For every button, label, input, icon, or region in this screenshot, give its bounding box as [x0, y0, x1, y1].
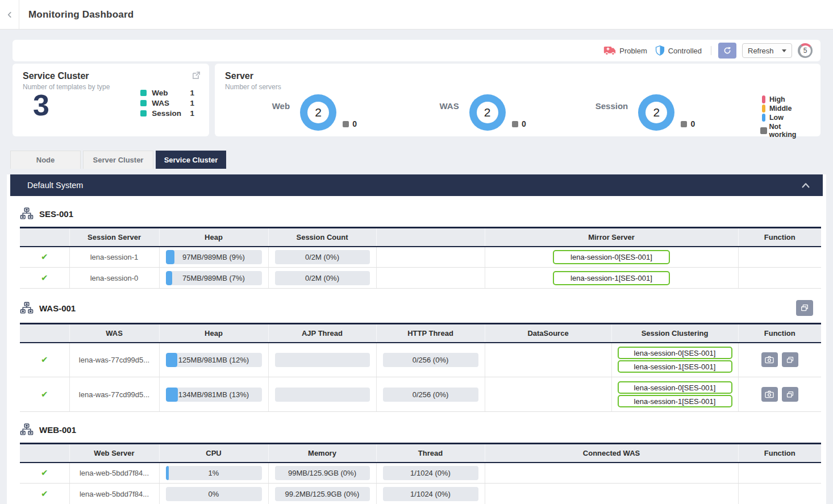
multi-window-icon — [786, 356, 794, 364]
mirror-server-badge[interactable]: lena-session-0[SES-001] — [553, 250, 670, 264]
legend-value: 1 — [186, 109, 194, 118]
status-ok-icon: ✔ — [41, 489, 48, 498]
column-header — [20, 324, 69, 343]
heap-gauge: 97MB/989MB (9%) — [166, 250, 262, 264]
legend-label: WAS — [152, 99, 181, 107]
session-clustering-badge[interactable]: lena-session-1[SES-001] — [618, 395, 732, 407]
external-link-icon[interactable] — [191, 70, 201, 82]
ajp-thread-gauge — [275, 388, 370, 402]
app-header: Monitoring Dashboard — [0, 0, 833, 30]
offline-count: 0 — [352, 119, 357, 128]
was-name: lena-was-77cd99d5... — [69, 377, 159, 412]
countdown-value: 5 — [800, 45, 811, 56]
column-header: DataSource — [485, 324, 611, 343]
status-ok-icon: ✔ — [41, 389, 48, 399]
tab-node[interactable]: Node — [10, 151, 81, 169]
controlled-legend: Controlled — [655, 45, 702, 56]
column-header: Function — [738, 444, 821, 463]
refresh-countdown-badge: 5 — [798, 43, 813, 58]
session-count-gauge: 0/2M (0%) — [275, 250, 370, 264]
web-table: Web Server CPU Memory Thread Connected W… — [20, 443, 821, 504]
legend-value: 1 — [186, 89, 194, 97]
session-clustering-badge[interactable]: lena-session-1[SES-001] — [618, 360, 732, 373]
low-status-icon — [762, 114, 765, 122]
status-ok-icon: ✔ — [41, 468, 48, 477]
column-header: WAS — [69, 324, 159, 343]
column-header: Function — [738, 228, 821, 247]
snapshot-button[interactable] — [761, 387, 778, 402]
teal-chip-icon — [140, 90, 147, 96]
heap-gauge: 134MB/981MB (13%) — [166, 388, 262, 402]
toolbar: Problem Controlled Refresh 5 — [13, 40, 820, 61]
column-header: CPU — [159, 444, 268, 463]
session-clustering-badge[interactable]: lena-session-0[SES-001] — [618, 381, 732, 394]
section-web-001: WEB-001 Web Server CPU Memory Thread Con… — [20, 412, 813, 504]
column-header: HTTP Thread — [376, 324, 485, 343]
section-ses-001: SES-001 Session Server Heap Session Coun… — [20, 196, 813, 289]
table-header-row: WAS Heap AJP Thread HTTP Thread DataSour… — [20, 324, 821, 343]
thread-gauge: 1/1024 (0%) — [383, 487, 478, 501]
server-card: Server Number of servers Web 2 0 WAS 2 0… — [215, 64, 820, 136]
refresh-interval-select[interactable]: Refresh — [742, 43, 792, 58]
multi-window-button[interactable] — [782, 352, 798, 367]
shield-icon — [655, 45, 665, 56]
cluster-icon — [20, 423, 34, 436]
offline-count: 0 — [522, 119, 526, 128]
ambulance-icon — [603, 46, 616, 56]
server-card-subtitle: Number of servers — [225, 83, 810, 91]
column-header — [376, 228, 485, 247]
thread-gauge: 1/1024 (0%) — [383, 466, 478, 480]
page-title: Monitoring Dashboard — [28, 9, 134, 20]
snapshot-button[interactable] — [761, 352, 778, 367]
legend-label: Not working — [769, 123, 809, 139]
datasource-cell — [485, 377, 611, 412]
heap-gauge: 75MB/989MB (7%) — [166, 271, 262, 285]
heap-gauge: 125MB/981MB (12%) — [166, 353, 262, 367]
column-header: Web Server — [69, 444, 159, 463]
section-title-text: WEB-001 — [39, 425, 76, 435]
ajp-thread-gauge — [275, 353, 370, 367]
problem-label: Problem — [619, 47, 647, 55]
table-row: ✔ lena-session-0 75MB/989MB (7%) 0/2M (0… — [20, 268, 821, 289]
legend-value: 1 — [186, 99, 194, 107]
multi-window-icon — [800, 303, 809, 313]
web-server-name: lena-web-5bdd7f84... — [69, 484, 159, 504]
service-cluster-card: Service Cluster Number of templates by t… — [13, 64, 209, 136]
legend-label: Middle — [769, 105, 792, 113]
column-header: Session Clustering — [611, 324, 738, 343]
column-header: Heap — [159, 324, 268, 343]
donut-value: 2 — [477, 102, 498, 123]
memory-gauge: 99.2MB/125.9GB (0%) — [275, 487, 370, 501]
section-title-text: WAS-001 — [39, 303, 76, 313]
open-all-windows-button[interactable] — [796, 300, 813, 316]
connected-was-cell — [485, 463, 738, 484]
donut-value: 2 — [307, 102, 329, 123]
problem-legend: Problem — [603, 46, 647, 56]
web-server-donut-group: Web 2 0 — [255, 94, 424, 131]
collapse-button[interactable] — [801, 182, 810, 189]
column-header: Heap — [159, 228, 268, 247]
web-donut-chart: 2 — [300, 94, 336, 131]
server-card-title: Server — [225, 71, 810, 81]
service-cluster-card-title: Service Cluster — [23, 71, 199, 81]
session-clustering-badge[interactable]: lena-session-0[SES-001] — [618, 347, 732, 359]
cpu-gauge: 1% — [166, 466, 262, 480]
back-button[interactable] — [0, 0, 19, 30]
status-ok-icon: ✔ — [41, 273, 48, 282]
donut-label: WAS — [424, 101, 459, 111]
web-server-name: lena-web-5bdd7f84... — [69, 463, 159, 484]
legend-label: Low — [769, 114, 784, 122]
tab-server-cluster[interactable]: Server Cluster — [83, 151, 153, 169]
legend-label: High — [769, 95, 785, 103]
mirror-server-badge[interactable]: lena-session-1[SES-001] — [553, 271, 670, 285]
toolbar-divider — [711, 46, 711, 55]
section-was-001: WAS-001 WAS Heap AJP Thread HTTP Thread … — [20, 289, 813, 412]
multi-window-button[interactable] — [782, 387, 798, 402]
column-header: AJP Thread — [268, 324, 376, 343]
column-header: Session Count — [268, 228, 376, 247]
middle-status-icon — [762, 105, 765, 113]
tab-service-cluster[interactable]: Service Cluster — [156, 151, 226, 169]
system-title: Default System — [27, 181, 83, 190]
refresh-button[interactable] — [718, 43, 736, 59]
session-server-name: lena-session-0 — [69, 268, 159, 289]
